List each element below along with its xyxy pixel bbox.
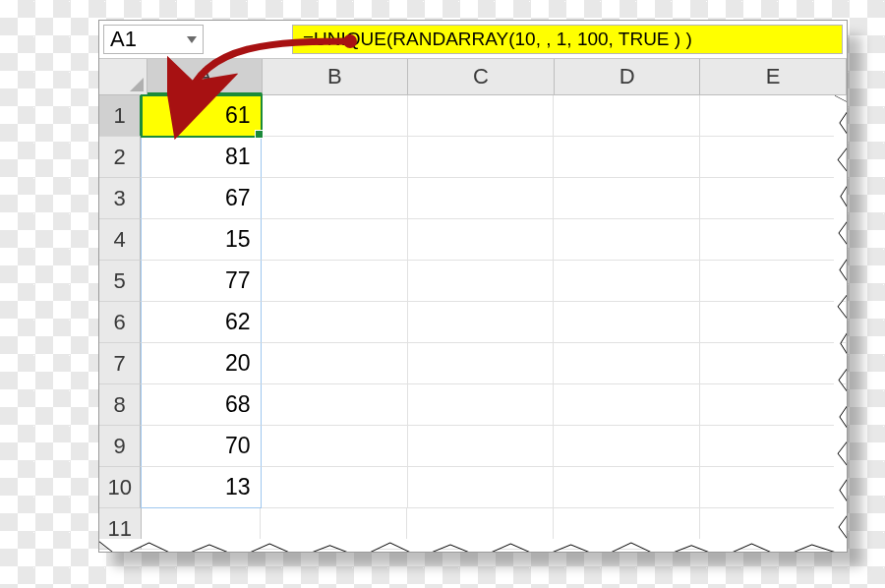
row-header[interactable]: 2 <box>99 137 141 178</box>
cell[interactable] <box>554 178 700 219</box>
cell-a1[interactable]: 61 <box>142 95 261 137</box>
cell[interactable] <box>554 343 700 384</box>
row-header[interactable]: 1 <box>99 95 142 137</box>
cell[interactable] <box>554 426 700 467</box>
column-header-e[interactable]: E <box>700 59 847 94</box>
cell[interactable] <box>554 384 700 426</box>
cell[interactable] <box>700 219 847 261</box>
cell[interactable] <box>554 219 700 261</box>
cell-a3[interactable]: 67 <box>141 178 261 219</box>
formula-bar-row: A1 =UNIQUE(RANDARRAY(10, , 1, 100, TRUE … <box>99 21 847 59</box>
cell[interactable] <box>262 261 408 302</box>
cell[interactable] <box>554 137 700 178</box>
cell-a2[interactable]: 81 <box>141 137 261 178</box>
cell[interactable] <box>408 343 555 384</box>
cell-a6[interactable]: 62 <box>141 302 261 343</box>
cell-a8[interactable]: 68 <box>141 384 261 426</box>
cell[interactable] <box>700 137 847 178</box>
column-header-a[interactable]: A <box>148 59 263 94</box>
cell[interactable] <box>408 219 555 261</box>
table-row: 2 81 <box>99 137 847 178</box>
cell-a7[interactable]: 20 <box>141 343 261 384</box>
cell-a5[interactable]: 77 <box>141 261 261 302</box>
row-header[interactable]: 9 <box>99 426 141 467</box>
cell-a10[interactable]: 13 <box>141 467 261 508</box>
cell[interactable] <box>554 467 700 508</box>
name-box-dropdown-icon[interactable] <box>187 36 197 43</box>
row-header[interactable]: 5 <box>99 261 141 302</box>
column-header-d[interactable]: D <box>555 59 701 94</box>
cell[interactable] <box>700 261 847 302</box>
row-header[interactable]: 6 <box>99 302 141 343</box>
formula-bar-text: =UNIQUE(RANDARRAY(10, , 1, 100, TRUE ) ) <box>303 29 692 50</box>
cell-a9[interactable]: 70 <box>141 426 261 467</box>
cell[interactable] <box>700 343 847 384</box>
cell[interactable] <box>700 302 847 343</box>
formula-bar[interactable]: =UNIQUE(RANDARRAY(10, , 1, 100, TRUE ) ) <box>292 25 843 54</box>
cell[interactable] <box>262 343 408 384</box>
torn-edge-right <box>832 58 848 553</box>
column-header-c[interactable]: C <box>408 59 555 94</box>
cell[interactable] <box>408 467 555 508</box>
name-box[interactable]: A1 <box>103 25 204 54</box>
cell[interactable] <box>554 261 700 302</box>
cell[interactable] <box>408 426 555 467</box>
table-row: 1 61 <box>99 95 847 137</box>
table-row: 9 70 <box>99 426 847 467</box>
table-row: 4 15 <box>99 219 847 261</box>
cell[interactable] <box>700 384 847 426</box>
table-row: 8 68 <box>99 384 847 426</box>
torn-edge-bottom <box>98 537 848 553</box>
table-row: 3 67 <box>99 178 847 219</box>
select-all-triangle[interactable] <box>99 59 148 94</box>
row-header[interactable]: 10 <box>99 467 141 508</box>
table-row: 6 62 <box>99 302 847 343</box>
cell[interactable] <box>408 137 555 178</box>
grid-body: 1 61 2 81 3 67 4 15 <box>99 95 847 550</box>
cell[interactable] <box>262 467 408 508</box>
row-header[interactable]: 4 <box>99 219 141 261</box>
cell[interactable] <box>262 95 408 137</box>
cell[interactable] <box>700 426 847 467</box>
cell[interactable] <box>700 178 847 219</box>
name-box-value: A1 <box>110 27 137 52</box>
cell[interactable] <box>408 302 555 343</box>
row-header[interactable]: 3 <box>99 178 141 219</box>
row-header[interactable]: 8 <box>99 384 141 426</box>
column-header-b[interactable]: B <box>263 59 409 94</box>
cell[interactable] <box>408 384 555 426</box>
column-header-row: A B C D E <box>99 59 847 95</box>
cell[interactable] <box>262 384 408 426</box>
cell[interactable] <box>554 302 700 343</box>
cell[interactable] <box>408 95 555 137</box>
cell[interactable] <box>262 219 408 261</box>
cell[interactable] <box>700 467 847 508</box>
table-row: 5 77 <box>99 261 847 302</box>
excel-window: A1 =UNIQUE(RANDARRAY(10, , 1, 100, TRUE … <box>98 20 848 553</box>
cell[interactable] <box>700 95 847 137</box>
table-row: 7 20 <box>99 343 847 384</box>
cell[interactable] <box>554 95 700 137</box>
cell[interactable] <box>262 426 408 467</box>
row-header[interactable]: 7 <box>99 343 141 384</box>
cell[interactable] <box>408 178 555 219</box>
cell[interactable] <box>262 302 408 343</box>
table-row: 10 13 <box>99 467 847 508</box>
cell[interactable] <box>262 178 408 219</box>
cell[interactable] <box>262 137 408 178</box>
cell[interactable] <box>408 261 555 302</box>
cell-a4[interactable]: 15 <box>141 219 261 261</box>
fx-button-area[interactable] <box>207 21 292 58</box>
